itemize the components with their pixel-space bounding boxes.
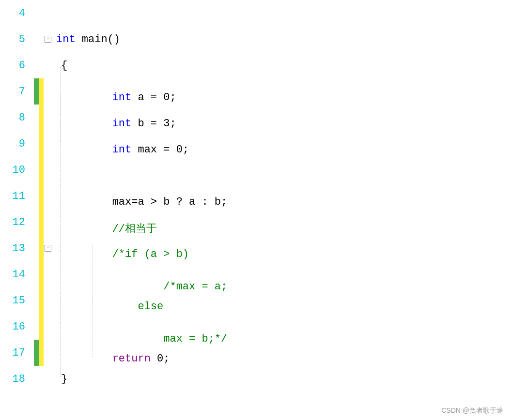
bars-10 bbox=[34, 157, 45, 183]
bars-17 bbox=[34, 340, 45, 366]
code-content-18: } bbox=[51, 373, 513, 385]
bars-16 bbox=[34, 314, 45, 340]
bars-7 bbox=[34, 78, 45, 105]
line-number-5: 5 bbox=[0, 33, 34, 45]
line-number-18: 18 bbox=[0, 373, 34, 385]
bars-5 bbox=[34, 26, 45, 52]
watermark: CSDN @负者歌于途 bbox=[441, 406, 503, 415]
bars-13 bbox=[34, 235, 45, 261]
collapse-btn-13[interactable]: − bbox=[45, 245, 51, 252]
code-line-17: 17 return 0; bbox=[0, 340, 513, 366]
bars-14 bbox=[34, 261, 45, 287]
line-number-10: 10 bbox=[0, 164, 34, 176]
line-number-11: 11 bbox=[0, 190, 34, 202]
bars-4 bbox=[34, 0, 45, 26]
line-number-16: 16 bbox=[0, 321, 34, 333]
bars-11 bbox=[34, 183, 45, 209]
code-editor: 4 5 − int main() 6 { 7 bbox=[0, 0, 513, 420]
code-line-5: 5 − int main() bbox=[0, 26, 513, 52]
line-number-9: 9 bbox=[0, 138, 34, 150]
code-line-4: 4 bbox=[0, 0, 513, 26]
bars-12 bbox=[34, 209, 45, 235]
collapse-btn-5[interactable]: − bbox=[45, 36, 51, 43]
bars-9 bbox=[34, 131, 45, 157]
line-number-17: 17 bbox=[0, 347, 34, 359]
line-number-13: 13 bbox=[0, 242, 34, 255]
bars-18 bbox=[34, 366, 45, 392]
bars-15 bbox=[34, 287, 45, 314]
line-number-15: 15 bbox=[0, 295, 34, 307]
code-line-18: 18 } bbox=[0, 366, 513, 392]
bars-6 bbox=[34, 52, 45, 78]
line-number-4: 4 bbox=[0, 7, 34, 19]
line-number-8: 8 bbox=[0, 112, 34, 124]
line-number-6: 6 bbox=[0, 60, 34, 72]
line-number-12: 12 bbox=[0, 216, 34, 228]
bars-8 bbox=[34, 105, 45, 131]
line-number-14: 14 bbox=[0, 269, 34, 281]
code-content-5: int main() bbox=[51, 33, 513, 45]
code-lines: 4 5 − int main() 6 { 7 bbox=[0, 0, 513, 392]
line-number-7: 7 bbox=[0, 86, 34, 98]
